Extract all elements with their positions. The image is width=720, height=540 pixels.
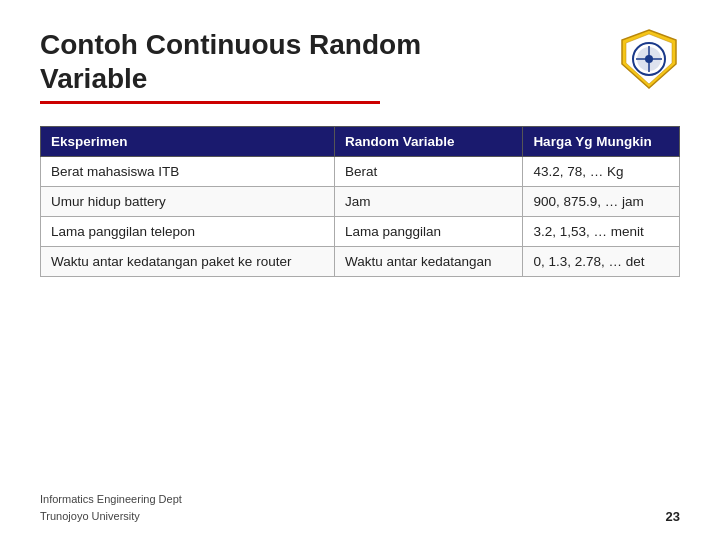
cell-rv-4: Waktu antar kedatangan [334, 247, 522, 277]
footer-university: Trunojoyo University [40, 508, 182, 525]
footer: Informatics Engineering Dept Trunojoyo U… [40, 491, 680, 524]
title-line1: Contoh Continuous Random [40, 29, 421, 60]
cell-rv-3: Lama panggilan [334, 217, 522, 247]
cell-rv-1: Berat [334, 157, 522, 187]
cell-harga-4: 0, 1.3, 2.78, … det [523, 247, 680, 277]
col-header-random-variable: Random Variable [334, 127, 522, 157]
title-line2: Variable [40, 63, 147, 94]
footer-institution: Informatics Engineering Dept Trunojoyo U… [40, 491, 182, 524]
table-row: Waktu antar kedatangan paket ke router W… [41, 247, 680, 277]
footer-dept: Informatics Engineering Dept [40, 491, 182, 508]
table-row: Umur hidup battery Jam 900, 875.9, … jam [41, 187, 680, 217]
logo [618, 28, 680, 90]
col-header-eksperimen: Eksperimen [41, 127, 335, 157]
table-row: Berat mahasiswa ITB Berat 43.2, 78, … Kg [41, 157, 680, 187]
title-underline [40, 101, 380, 104]
table-row: Lama panggilan telepon Lama panggilan 3.… [41, 217, 680, 247]
cell-eksperimen-4: Waktu antar kedatangan paket ke router [41, 247, 335, 277]
data-table: Eksperimen Random Variable Harga Yg Mung… [40, 126, 680, 277]
cell-rv-2: Jam [334, 187, 522, 217]
col-header-harga: Harga Yg Mungkin [523, 127, 680, 157]
cell-eksperimen-1: Berat mahasiswa ITB [41, 157, 335, 187]
cell-eksperimen-3: Lama panggilan telepon [41, 217, 335, 247]
cell-harga-2: 900, 875.9, … jam [523, 187, 680, 217]
cell-eksperimen-2: Umur hidup battery [41, 187, 335, 217]
page-number: 23 [666, 509, 680, 524]
svg-point-6 [645, 55, 653, 63]
table-header-row: Eksperimen Random Variable Harga Yg Mung… [41, 127, 680, 157]
slide-container: Contoh Continuous Random Variable [0, 0, 720, 540]
cell-harga-1: 43.2, 78, … Kg [523, 157, 680, 187]
title-block: Contoh Continuous Random Variable [40, 28, 608, 122]
main-title: Contoh Continuous Random Variable [40, 28, 608, 95]
header-area: Contoh Continuous Random Variable [40, 28, 680, 122]
cell-harga-3: 3.2, 1,53, … menit [523, 217, 680, 247]
